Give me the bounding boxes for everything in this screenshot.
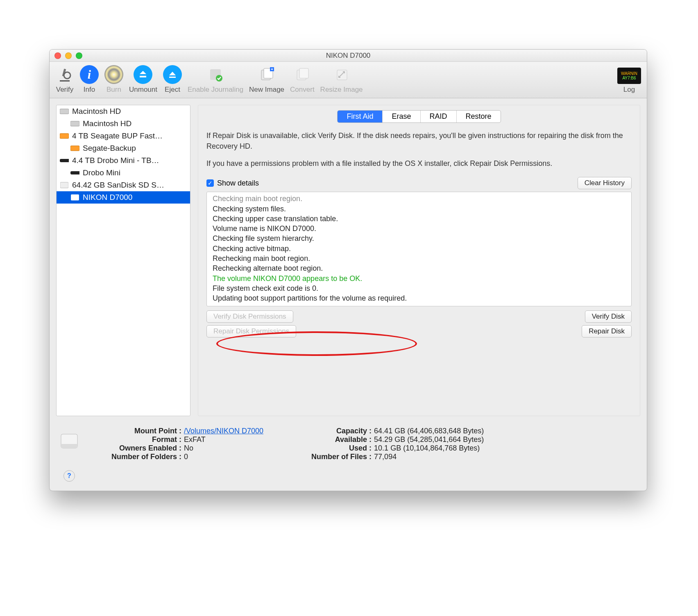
tab-bar: First Aid Erase RAID Restore (337, 110, 501, 123)
log-line: Checking active bitmap. (213, 244, 625, 254)
burn-icon (104, 65, 123, 84)
drobo-icon (70, 169, 79, 177)
svg-rect-3 (140, 76, 146, 77)
svg-rect-13 (60, 109, 69, 114)
unmount-toolbar-button[interactable]: Unmount (129, 65, 157, 94)
titlebar: NIKON D7000 (50, 50, 647, 62)
sidebar-item-disk[interactable]: 64.42 GB SanDisk SD S… (57, 179, 190, 191)
log-output[interactable]: Checking main boot region. Checking syst… (206, 192, 632, 306)
tab-erase[interactable]: Erase (383, 111, 420, 122)
convert-icon (293, 65, 312, 84)
show-details-checkbox[interactable]: ✓ Show details (206, 179, 259, 188)
svg-rect-16 (70, 146, 79, 151)
new-image-icon (257, 65, 276, 84)
drobo-icon (60, 157, 69, 164)
verify-disk-button[interactable]: Verify Disk (585, 310, 632, 323)
log-line: File system check exit code is 0. (213, 283, 625, 293)
microscope-icon (55, 65, 74, 84)
repair-disk-button[interactable]: Repair Disk (582, 325, 632, 337)
repair-disk-permissions-button: Repair Disk Permissions (206, 325, 296, 337)
new-image-toolbar-button[interactable]: New Image (249, 65, 284, 94)
tab-raid[interactable]: RAID (421, 111, 457, 122)
log-icon: WARNIN AY7:B6 (617, 68, 641, 84)
log-line: Checking file system hierarchy. (213, 233, 625, 243)
burn-toolbar-button: Burn (104, 65, 123, 94)
log-line-ok: The volume NIKON D7000 appears to be OK. (213, 274, 625, 283)
info-icon: i (80, 65, 99, 84)
tab-restore[interactable]: Restore (457, 111, 501, 122)
sidebar-item-disk[interactable]: Macintosh HD (57, 105, 190, 118)
sd-card-icon (70, 194, 79, 201)
verify-disk-permissions-button: Verify Disk Permissions (206, 310, 293, 323)
svg-rect-20 (71, 195, 79, 200)
svg-rect-15 (60, 134, 69, 138)
mount-point-link[interactable]: /Volumes/NIKON D7000 (184, 427, 263, 435)
external-disk-icon (70, 145, 79, 152)
volume-icon (57, 428, 82, 453)
resize-image-icon (332, 65, 351, 84)
info-footer: ? Mount Point :/Volumes/NIKON D7000 Form… (50, 423, 647, 491)
resize-image-toolbar-button: Resize Image (320, 65, 363, 94)
svg-rect-0 (60, 80, 70, 82)
eject-toolbar-button[interactable]: Eject (163, 65, 182, 94)
toolbar: Verify i Info Burn Unmount Eject Enabl (50, 62, 647, 98)
sd-card-icon (60, 181, 69, 189)
disk-sidebar[interactable]: Macintosh HD Macintosh HD 4 TB Seagate B… (56, 105, 190, 416)
disk-utility-window: NIKON D7000 Verify i Info Burn Unmount (49, 49, 647, 491)
log-line: Checking system files. (213, 204, 625, 214)
hdd-icon (70, 120, 79, 127)
sidebar-item-disk[interactable]: 4 TB Seagate BUP Fast… (57, 130, 190, 142)
content-area: Macintosh HD Macintosh HD 4 TB Seagate B… (50, 98, 647, 423)
svg-rect-11 (299, 68, 308, 78)
clear-history-button[interactable]: Clear History (578, 177, 632, 189)
convert-toolbar-button: Convert (290, 65, 315, 94)
log-line: Checking upper case translation table. (213, 214, 625, 224)
log-toolbar-button[interactable]: WARNIN AY7:B6 Log (617, 68, 641, 94)
checkbox-checked-icon: ✓ (206, 179, 214, 187)
svg-rect-19 (60, 182, 68, 188)
help-icon[interactable]: ? (63, 470, 75, 482)
info-grid: Mount Point :/Volumes/NIKON D7000 Format… (90, 427, 484, 461)
svg-point-2 (64, 72, 70, 79)
hdd-icon (60, 108, 69, 115)
tab-first-aid[interactable]: First Aid (338, 111, 383, 122)
sidebar-item-volume-selected[interactable]: NIKON D7000 (57, 191, 190, 204)
journaling-icon (206, 65, 225, 84)
main-panel: First Aid Erase RAID Restore If Repair D… (198, 105, 640, 416)
log-line: Updating boot support partitions for the… (213, 293, 625, 303)
svg-rect-18 (70, 171, 79, 174)
sidebar-item-disk[interactable]: 4.4 TB Drobo Mini - TB… (57, 154, 190, 167)
log-line: Volume name is NIKON D7000. (213, 224, 625, 233)
sidebar-item-volume[interactable]: Drobo Mini (57, 167, 190, 179)
log-line: Checking main boot region. (213, 194, 625, 204)
verify-toolbar-button[interactable]: Verify (55, 65, 74, 94)
log-line: Rechecking alternate boot region. (213, 263, 625, 273)
sidebar-item-volume[interactable]: Macintosh HD (57, 118, 190, 130)
enable-journaling-toolbar-button: Enable Journaling (188, 65, 243, 94)
instructions-text: If Repair Disk is unavailable, click Ver… (206, 130, 632, 169)
external-disk-icon (60, 132, 69, 140)
svg-rect-14 (70, 121, 79, 126)
svg-rect-22 (61, 444, 77, 448)
info-toolbar-button[interactable]: i Info (80, 65, 99, 94)
sidebar-item-volume[interactable]: Segate-Backup (57, 142, 190, 154)
svg-rect-17 (60, 159, 69, 162)
log-line: Rechecking main boot region. (213, 254, 625, 263)
eject-icon (163, 65, 182, 84)
window-title: NIKON D7000 (50, 52, 647, 60)
svg-rect-4 (169, 77, 176, 78)
svg-rect-12 (337, 70, 347, 80)
unmount-icon (134, 65, 152, 84)
